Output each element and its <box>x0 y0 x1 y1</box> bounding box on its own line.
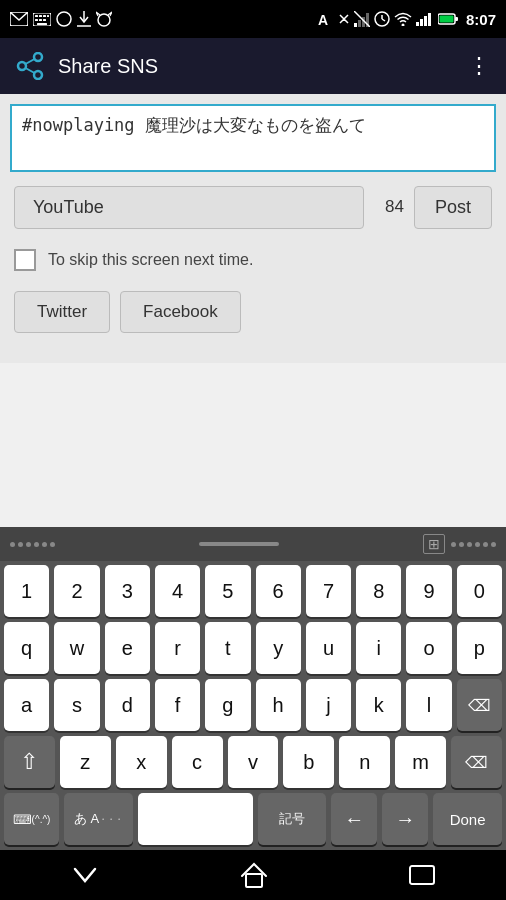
key-p[interactable]: p <box>457 622 502 674</box>
svg-rect-24 <box>420 19 423 26</box>
dot <box>467 542 472 547</box>
key-arrow-right[interactable]: → <box>382 793 428 845</box>
svg-line-33 <box>26 59 35 64</box>
key-done[interactable]: Done <box>433 793 502 845</box>
key-4[interactable]: 4 <box>155 565 200 617</box>
keyboard-dots-right <box>451 542 496 547</box>
key-z[interactable]: z <box>60 736 111 788</box>
key-arrow-left[interactable]: ← <box>331 793 377 845</box>
svg-line-21 <box>382 19 385 21</box>
svg-rect-6 <box>35 19 38 21</box>
key-e[interactable]: e <box>105 622 150 674</box>
key-w[interactable]: w <box>54 622 99 674</box>
key-backspace[interactable]: ⌫ <box>457 679 502 731</box>
key-d[interactable]: d <box>105 679 150 731</box>
key-6[interactable]: 6 <box>256 565 301 617</box>
key-3[interactable]: 3 <box>105 565 150 617</box>
social-row: Twitter Facebook <box>10 281 496 353</box>
skip-label: To skip this screen next time. <box>48 251 253 269</box>
dot <box>10 542 15 547</box>
keyboard-handle[interactable] <box>199 542 279 546</box>
post-button[interactable]: Post <box>414 186 492 229</box>
status-bar: A <box>0 0 506 38</box>
key-0[interactable]: 0 <box>457 565 502 617</box>
dot <box>475 542 480 547</box>
svg-rect-16 <box>358 20 361 27</box>
key-c[interactable]: c <box>172 736 223 788</box>
svg-point-12 <box>98 14 110 26</box>
key-2[interactable]: 2 <box>54 565 99 617</box>
svg-rect-26 <box>428 13 431 26</box>
svg-rect-15 <box>354 23 357 27</box>
platform-row: YouTube 84 Post <box>10 176 496 239</box>
download-icon <box>77 11 91 27</box>
status-icons-left <box>10 11 112 27</box>
keyboard-dots-left <box>10 542 55 547</box>
svg-point-31 <box>18 62 26 70</box>
svg-point-32 <box>34 71 42 79</box>
keyboard-top-bar: ⊞ <box>0 527 506 561</box>
dot <box>26 542 31 547</box>
key-h[interactable]: h <box>256 679 301 731</box>
key-1[interactable]: 1 <box>4 565 49 617</box>
key-s[interactable]: s <box>54 679 99 731</box>
key-8[interactable]: 8 <box>356 565 401 617</box>
recent-button[interactable] <box>408 864 436 886</box>
svg-rect-25 <box>424 16 427 26</box>
svg-rect-5 <box>47 15 49 17</box>
key-y[interactable]: y <box>256 622 301 674</box>
key-t[interactable]: t <box>205 622 250 674</box>
key-j[interactable]: j <box>306 679 351 731</box>
key-f[interactable]: f <box>155 679 200 731</box>
key-row-qwerty: q w e r t y u i o p <box>4 622 502 674</box>
recent-icon <box>408 864 436 886</box>
key-7[interactable]: 7 <box>306 565 351 617</box>
key-l[interactable]: l <box>406 679 451 731</box>
svg-point-30 <box>34 53 42 61</box>
key-5[interactable]: 5 <box>205 565 250 617</box>
email-icon <box>10 12 28 26</box>
key-a[interactable]: a <box>4 679 49 731</box>
key-hiragana[interactable]: あ A・・・ <box>64 793 133 845</box>
share-icon <box>16 52 44 80</box>
key-o[interactable]: o <box>406 622 451 674</box>
more-options-button[interactable]: ⋮ <box>468 53 490 79</box>
facebook-button[interactable]: Facebook <box>120 291 241 333</box>
key-r[interactable]: r <box>155 622 200 674</box>
key-space[interactable] <box>138 793 253 845</box>
key-v[interactable]: v <box>228 736 279 788</box>
key-x[interactable]: x <box>116 736 167 788</box>
back-button[interactable] <box>70 864 100 886</box>
key-g[interactable]: g <box>205 679 250 731</box>
svg-rect-18 <box>366 13 369 27</box>
key-n[interactable]: n <box>339 736 390 788</box>
svg-rect-9 <box>37 23 47 25</box>
key-row-zxcv: ⇧ z x c v b n m ⌫ <box>4 736 502 788</box>
skip-checkbox[interactable] <box>14 249 36 271</box>
key-q[interactable]: q <box>4 622 49 674</box>
key-keyboard-icon[interactable]: ⌨(^.^) <box>4 793 59 845</box>
key-9[interactable]: 9 <box>406 565 451 617</box>
dot <box>459 542 464 547</box>
font-icon: A <box>318 11 334 27</box>
home-icon <box>240 861 268 889</box>
svg-rect-23 <box>416 22 419 26</box>
key-u[interactable]: u <box>306 622 351 674</box>
home-button[interactable] <box>240 861 268 889</box>
wifi-icon <box>394 12 412 26</box>
key-i[interactable]: i <box>356 622 401 674</box>
message-input[interactable]: #nowplaying 魔理沙は大変なものを盗んて <box>10 104 496 172</box>
key-delete[interactable]: ⌫ <box>451 736 502 788</box>
twitter-button[interactable]: Twitter <box>14 291 110 333</box>
key-shift[interactable]: ⇧ <box>4 736 55 788</box>
svg-text:A: A <box>318 12 328 27</box>
key-b[interactable]: b <box>283 736 334 788</box>
key-m[interactable]: m <box>395 736 446 788</box>
keyboard-grid-icon[interactable]: ⊞ <box>423 534 445 554</box>
key-row-asdf: a s d f g h j k l ⌫ <box>4 679 502 731</box>
status-icons-right: A <box>318 11 496 28</box>
key-k[interactable]: k <box>356 679 401 731</box>
key-kigou[interactable]: 記号 <box>258 793 327 845</box>
dot <box>491 542 496 547</box>
svg-rect-8 <box>43 19 46 21</box>
